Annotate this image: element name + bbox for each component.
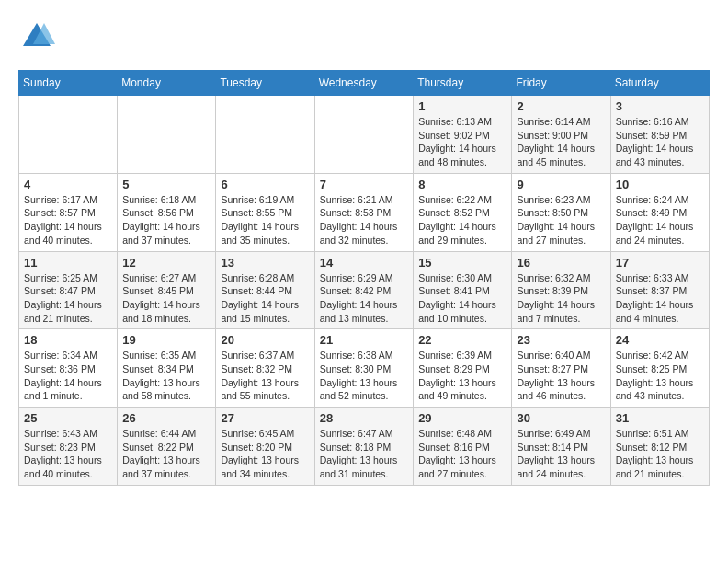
- calendar-cell: 22Sunrise: 6:39 AM Sunset: 8:29 PM Dayli…: [414, 329, 512, 408]
- calendar-cell: 20Sunrise: 6:37 AM Sunset: 8:32 PM Dayli…: [216, 329, 314, 408]
- header: [18, 18, 710, 55]
- day-number: 16: [517, 256, 605, 270]
- weekday-header-row: SundayMondayTuesdayWednesdayThursdayFrid…: [19, 71, 710, 96]
- calendar-week-row: 11Sunrise: 6:25 AM Sunset: 8:47 PM Dayli…: [19, 251, 710, 329]
- day-number: 1: [418, 99, 506, 113]
- calendar-cell: 15Sunrise: 6:30 AM Sunset: 8:41 PM Dayli…: [414, 251, 512, 329]
- day-info: Sunrise: 6:23 AM Sunset: 8:50 PM Dayligh…: [517, 193, 605, 247]
- calendar-cell: 21Sunrise: 6:38 AM Sunset: 8:30 PM Dayli…: [314, 329, 413, 408]
- day-info: Sunrise: 6:32 AM Sunset: 8:39 PM Dayligh…: [517, 271, 605, 326]
- day-info: Sunrise: 6:35 AM Sunset: 8:34 PM Dayligh…: [122, 349, 210, 403]
- day-info: Sunrise: 6:27 AM Sunset: 8:45 PM Dayligh…: [122, 271, 210, 326]
- day-info: Sunrise: 6:44 AM Sunset: 8:22 PM Dayligh…: [122, 427, 210, 481]
- calendar-cell: 24Sunrise: 6:42 AM Sunset: 8:25 PM Dayli…: [610, 329, 709, 408]
- day-info: Sunrise: 6:13 AM Sunset: 9:02 PM Dayligh…: [418, 115, 506, 169]
- day-info: Sunrise: 6:49 AM Sunset: 8:14 PM Dayligh…: [517, 427, 605, 481]
- day-info: Sunrise: 6:21 AM Sunset: 8:53 PM Dayligh…: [320, 193, 408, 247]
- day-info: Sunrise: 6:40 AM Sunset: 8:27 PM Dayligh…: [517, 349, 605, 403]
- calendar-cell: 4Sunrise: 6:17 AM Sunset: 8:57 PM Daylig…: [19, 173, 118, 251]
- day-info: Sunrise: 6:45 AM Sunset: 8:20 PM Dayligh…: [221, 427, 309, 481]
- day-number: 23: [517, 333, 605, 347]
- day-info: Sunrise: 6:29 AM Sunset: 8:42 PM Dayligh…: [320, 271, 408, 326]
- weekday-header-cell: Monday: [118, 71, 216, 96]
- calendar-cell: [216, 96, 314, 174]
- day-number: 26: [122, 411, 210, 425]
- day-info: Sunrise: 6:25 AM Sunset: 8:47 PM Dayligh…: [24, 271, 112, 326]
- calendar-cell: 5Sunrise: 6:18 AM Sunset: 8:56 PM Daylig…: [118, 173, 216, 251]
- calendar-cell: [19, 96, 118, 174]
- day-info: Sunrise: 6:48 AM Sunset: 8:16 PM Dayligh…: [418, 427, 506, 481]
- day-number: 31: [616, 411, 704, 425]
- day-number: 21: [320, 333, 408, 347]
- calendar-cell: 25Sunrise: 6:43 AM Sunset: 8:23 PM Dayli…: [19, 408, 118, 486]
- calendar-body: 1Sunrise: 6:13 AM Sunset: 9:02 PM Daylig…: [19, 96, 710, 486]
- day-number: 3: [616, 99, 704, 113]
- calendar-cell: 17Sunrise: 6:33 AM Sunset: 8:37 PM Dayli…: [610, 251, 709, 329]
- day-info: Sunrise: 6:42 AM Sunset: 8:25 PM Dayligh…: [616, 349, 704, 403]
- calendar-cell: 10Sunrise: 6:24 AM Sunset: 8:49 PM Dayli…: [610, 173, 709, 251]
- day-number: 11: [24, 256, 112, 270]
- calendar-week-row: 1Sunrise: 6:13 AM Sunset: 9:02 PM Daylig…: [19, 96, 710, 174]
- calendar-cell: [314, 96, 413, 174]
- calendar-cell: 9Sunrise: 6:23 AM Sunset: 8:50 PM Daylig…: [512, 173, 610, 251]
- calendar-cell: 3Sunrise: 6:16 AM Sunset: 8:59 PM Daylig…: [610, 96, 709, 174]
- day-number: 14: [320, 256, 408, 270]
- day-info: Sunrise: 6:24 AM Sunset: 8:49 PM Dayligh…: [616, 193, 704, 247]
- day-info: Sunrise: 6:33 AM Sunset: 8:37 PM Dayligh…: [616, 271, 704, 326]
- day-info: Sunrise: 6:16 AM Sunset: 8:59 PM Dayligh…: [616, 115, 704, 169]
- day-number: 17: [616, 256, 704, 270]
- day-info: Sunrise: 6:14 AM Sunset: 9:00 PM Dayligh…: [517, 115, 605, 169]
- calendar-table: SundayMondayTuesdayWednesdayThursdayFrid…: [18, 70, 710, 486]
- day-number: 2: [517, 99, 605, 113]
- calendar-cell: 26Sunrise: 6:44 AM Sunset: 8:22 PM Dayli…: [118, 408, 216, 486]
- day-info: Sunrise: 6:34 AM Sunset: 8:36 PM Dayligh…: [24, 349, 112, 403]
- day-info: Sunrise: 6:37 AM Sunset: 8:32 PM Dayligh…: [221, 349, 309, 403]
- day-info: Sunrise: 6:19 AM Sunset: 8:55 PM Dayligh…: [221, 193, 309, 247]
- day-info: Sunrise: 6:18 AM Sunset: 8:56 PM Dayligh…: [122, 193, 210, 247]
- day-info: Sunrise: 6:28 AM Sunset: 8:44 PM Dayligh…: [221, 271, 309, 326]
- calendar-cell: 12Sunrise: 6:27 AM Sunset: 8:45 PM Dayli…: [118, 251, 216, 329]
- day-number: 15: [418, 256, 506, 270]
- day-number: 30: [517, 411, 605, 425]
- weekday-header-cell: Saturday: [610, 71, 709, 96]
- day-info: Sunrise: 6:39 AM Sunset: 8:29 PM Dayligh…: [418, 349, 506, 403]
- calendar-cell: 14Sunrise: 6:29 AM Sunset: 8:42 PM Dayli…: [314, 251, 413, 329]
- calendar-cell: 16Sunrise: 6:32 AM Sunset: 8:39 PM Dayli…: [512, 251, 610, 329]
- day-number: 25: [24, 411, 112, 425]
- day-number: 5: [122, 178, 210, 191]
- day-info: Sunrise: 6:51 AM Sunset: 8:12 PM Dayligh…: [616, 427, 704, 481]
- day-number: 6: [221, 178, 309, 191]
- day-number: 18: [24, 333, 112, 347]
- calendar-cell: 28Sunrise: 6:47 AM Sunset: 8:18 PM Dayli…: [314, 408, 413, 486]
- calendar-cell: 7Sunrise: 6:21 AM Sunset: 8:53 PM Daylig…: [314, 173, 413, 251]
- day-number: 13: [221, 256, 309, 270]
- calendar-cell: 27Sunrise: 6:45 AM Sunset: 8:20 PM Dayli…: [216, 408, 314, 486]
- calendar-cell: 23Sunrise: 6:40 AM Sunset: 8:27 PM Dayli…: [512, 329, 610, 408]
- calendar-cell: 18Sunrise: 6:34 AM Sunset: 8:36 PM Dayli…: [19, 329, 118, 408]
- calendar-cell: 1Sunrise: 6:13 AM Sunset: 9:02 PM Daylig…: [414, 96, 512, 174]
- day-number: 9: [517, 178, 605, 191]
- calendar-cell: 31Sunrise: 6:51 AM Sunset: 8:12 PM Dayli…: [610, 408, 709, 486]
- day-number: 27: [221, 411, 309, 425]
- day-number: 8: [418, 178, 506, 191]
- calendar-week-row: 18Sunrise: 6:34 AM Sunset: 8:36 PM Dayli…: [19, 329, 710, 408]
- day-info: Sunrise: 6:47 AM Sunset: 8:18 PM Dayligh…: [320, 427, 408, 481]
- logo-icon: [18, 18, 55, 55]
- day-number: 4: [24, 178, 112, 191]
- day-number: 7: [320, 178, 408, 191]
- day-info: Sunrise: 6:22 AM Sunset: 8:52 PM Dayligh…: [418, 193, 506, 247]
- calendar-week-row: 4Sunrise: 6:17 AM Sunset: 8:57 PM Daylig…: [19, 173, 710, 251]
- calendar-cell: [118, 96, 216, 174]
- calendar-cell: 8Sunrise: 6:22 AM Sunset: 8:52 PM Daylig…: [414, 173, 512, 251]
- day-info: Sunrise: 6:17 AM Sunset: 8:57 PM Dayligh…: [24, 193, 112, 247]
- day-number: 20: [221, 333, 309, 347]
- day-number: 28: [320, 411, 408, 425]
- calendar-cell: 19Sunrise: 6:35 AM Sunset: 8:34 PM Dayli…: [118, 329, 216, 408]
- calendar-week-row: 25Sunrise: 6:43 AM Sunset: 8:23 PM Dayli…: [19, 408, 710, 486]
- weekday-header-cell: Friday: [512, 71, 610, 96]
- calendar-cell: 6Sunrise: 6:19 AM Sunset: 8:55 PM Daylig…: [216, 173, 314, 251]
- calendar-cell: 29Sunrise: 6:48 AM Sunset: 8:16 PM Dayli…: [414, 408, 512, 486]
- day-number: 24: [616, 333, 704, 347]
- day-number: 10: [616, 178, 704, 191]
- day-info: Sunrise: 6:38 AM Sunset: 8:30 PM Dayligh…: [320, 349, 408, 403]
